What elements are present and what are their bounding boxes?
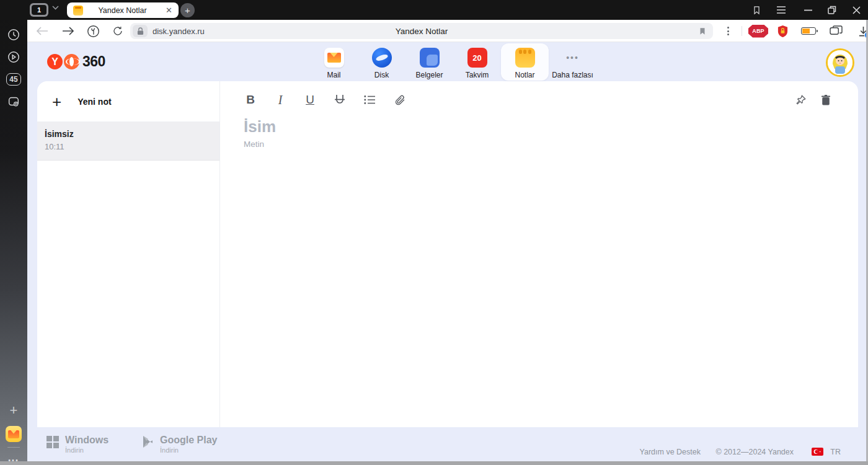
note-time: 10:11 <box>45 142 219 151</box>
new-tab-button[interactable]: + <box>180 3 195 17</box>
note-editor: B I U <box>221 81 858 427</box>
italic-button[interactable]: I <box>273 92 288 108</box>
tab-panel-button[interactable]: 1 <box>30 3 48 17</box>
restore-icon[interactable] <box>823 0 841 20</box>
note-list-item[interactable]: İsimsiz 10:11 <box>37 122 219 161</box>
title-bar: 1 Yandex Notlar ✕ + <box>0 0 868 20</box>
address-bar[interactable]: disk.yandex.ru Yandex Notlar <box>130 23 713 39</box>
tab-title: Yandex Notlar <box>83 6 162 15</box>
url-text: disk.yandex.ru <box>153 27 205 36</box>
services-nav: Mail Disk Belgeler 20 Takvim Notlar <box>310 43 596 81</box>
editor-actions <box>794 92 833 108</box>
editor-toolbar: B I U <box>243 92 407 108</box>
tab-close-icon[interactable]: ✕ <box>166 6 172 15</box>
browser-toolbar: disk.yandex.ru Yandex Notlar ABP 1 <box>27 20 868 42</box>
note-body-input[interactable]: Metin <box>244 140 264 149</box>
battery-icon[interactable] <box>796 20 821 42</box>
help-support-link[interactable]: Yardım ve Destek <box>640 448 701 456</box>
sidebar-add-icon[interactable]: + <box>0 399 27 422</box>
history-icon[interactable] <box>0 24 27 46</box>
tab-list-chevron-icon[interactable] <box>52 6 59 10</box>
windows-icon <box>46 436 59 448</box>
lock-icon[interactable] <box>133 25 148 37</box>
notes-card: + Yeni not İsimsiz 10:11 B I U <box>37 81 858 427</box>
bullet-list-button[interactable] <box>362 92 377 108</box>
nav-item-takvim[interactable]: 20 Takvim <box>453 43 501 81</box>
more-services-icon: ••• <box>563 48 583 68</box>
close-icon[interactable] <box>848 0 865 20</box>
nav-item-mail[interactable]: Mail <box>310 43 358 81</box>
toolbar-kebab-icon[interactable] <box>720 20 735 42</box>
note-title-input[interactable]: İsim <box>244 117 276 136</box>
plus-icon: + <box>52 94 61 110</box>
play-media-icon[interactable] <box>0 46 27 68</box>
pin-icon[interactable] <box>794 92 808 108</box>
yandex-logo-icon: Y <box>47 54 63 69</box>
notes-list-panel: + Yeni not İsimsiz 10:11 <box>37 81 220 427</box>
forward-icon[interactable] <box>58 20 78 42</box>
new-note-button[interactable]: + Yeni not <box>37 81 219 122</box>
language-selector[interactable]: TR <box>830 448 841 456</box>
gplay-download-link[interactable]: Google Play İndirin <box>142 435 217 454</box>
page-title: Yandex Notlar <box>130 27 713 36</box>
mail-icon <box>324 48 344 68</box>
copyright-text: © 2012—2024 Yandex <box>715 448 794 456</box>
nav-item-notlar[interactable]: Notlar <box>501 43 549 81</box>
menu-icon[interactable] <box>773 0 790 20</box>
adblock-extension-icon[interactable]: ABP <box>746 20 770 42</box>
user-avatar[interactable] <box>826 48 854 77</box>
notes-favicon <box>73 6 83 16</box>
toolbar-divider <box>742 26 742 36</box>
yandex-button-icon[interactable] <box>83 20 103 42</box>
nav-item-belgeler[interactable]: Belgeler <box>405 43 453 81</box>
note-title: İsimsiz <box>45 129 219 139</box>
documents-icon <box>420 48 440 68</box>
bold-button[interactable]: B <box>243 92 258 108</box>
bookmark-icon[interactable] <box>698 27 707 36</box>
bookmarks-panel-icon[interactable] <box>748 0 765 20</box>
yandex-mail-shortcut-icon[interactable] <box>0 423 27 445</box>
collections-icon[interactable] <box>823 20 848 42</box>
browser-sidebar: 45 + ••• <box>0 0 27 465</box>
window-edge-bottom <box>0 461 868 465</box>
strikethrough-button[interactable] <box>332 92 347 108</box>
attachment-icon[interactable] <box>392 92 407 108</box>
downloads-icon[interactable]: 1 <box>851 20 868 42</box>
y360-logo[interactable]: Y 360 <box>47 53 105 70</box>
nav-item-disk[interactable]: Disk <box>358 43 405 81</box>
disk-icon <box>372 48 392 68</box>
screenshot-icon[interactable] <box>0 91 27 113</box>
trash-icon[interactable] <box>818 92 833 108</box>
notes-icon <box>515 48 535 68</box>
nav-item-daha-fazlasi[interactable]: ••• Daha fazlası <box>549 43 596 81</box>
browser-window: 45 + ••• 1 Yandex Notlar ✕ + <box>0 0 868 465</box>
minimize-icon[interactable] <box>799 0 817 20</box>
calendar-icon: 20 <box>467 48 487 68</box>
sidebar-divider <box>7 447 20 448</box>
google-play-icon <box>142 435 154 448</box>
page-footer: Windows İndirin Google Play İndirin Yard… <box>27 427 868 461</box>
tabs-count-badge[interactable]: 45 <box>0 68 27 91</box>
underline-button[interactable]: U <box>303 92 317 108</box>
browser-tab[interactable]: Yandex Notlar ✕ <box>67 2 179 18</box>
yandex360-page: Y 360 Mail Disk Belgeler 20 Takvim <box>27 42 868 465</box>
back-icon[interactable] <box>32 20 52 42</box>
turkey-flag-icon[interactable] <box>812 448 823 456</box>
refresh-icon[interactable] <box>108 20 128 42</box>
windows-download-link[interactable]: Windows İndirin <box>46 435 108 454</box>
protect-shield-icon[interactable] <box>771 20 794 42</box>
y360-mark-icon <box>64 54 79 69</box>
